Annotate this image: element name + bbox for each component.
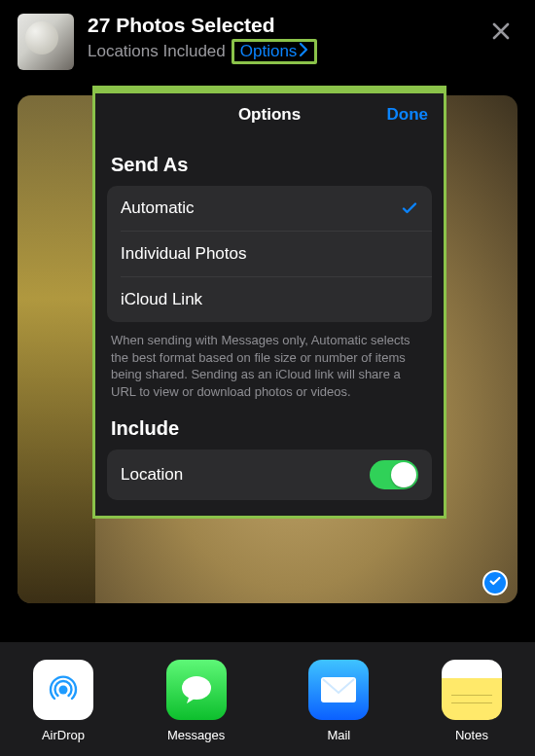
options-link[interactable]: Options: [232, 39, 318, 64]
share-target-notes[interactable]: Notes: [428, 660, 516, 742]
toggle-knob: [391, 462, 416, 487]
checkmark-icon: [488, 574, 502, 592]
options-link-label: Options: [240, 42, 298, 61]
options-panel-header: Options Done: [95, 93, 444, 136]
share-target-label: Notes: [455, 728, 488, 742]
send-as-individual-photos[interactable]: Individual Photos: [107, 232, 432, 276]
options-panel-title: Options: [238, 105, 301, 125]
send-as-footer: When sending with Messages only, Automat…: [111, 332, 428, 400]
include-location-label: Location: [121, 465, 183, 485]
photo-selected-badge: [482, 570, 508, 595]
share-sheet-header: 27 Photos Selected Locations Included Op…: [0, 0, 535, 80]
send-as-icloud-link[interactable]: iCloud Link: [107, 277, 432, 322]
close-icon: [491, 18, 511, 48]
send-as-list: Automatic Individual Photos iCloud Link: [107, 186, 432, 322]
share-target-label: AirDrop: [42, 728, 85, 742]
close-button[interactable]: [484, 16, 517, 49]
send-as-automatic-label: Automatic: [121, 198, 195, 218]
include-section-label: Include: [111, 417, 428, 440]
send-as-icloud-label: iCloud Link: [121, 290, 202, 309]
messages-icon: [166, 660, 227, 720]
share-target-mail[interactable]: Mail: [285, 660, 392, 742]
header-titles: 27 Photos Selected Locations Included Op…: [88, 14, 471, 64]
done-button[interactable]: Done: [387, 105, 429, 125]
send-as-individual-label: Individual Photos: [121, 244, 246, 264]
share-target-label: Mail: [327, 728, 350, 742]
chevron-right-icon: [299, 42, 308, 61]
include-location-toggle[interactable]: [370, 460, 418, 489]
subtitle-row: Locations Included Options: [88, 39, 471, 64]
send-as-section-label: Send As: [111, 154, 428, 176]
checkmark-icon: [401, 199, 418, 217]
share-target-label: Messages: [167, 728, 225, 742]
share-target-bar: AirDrop Messages Mail Notes: [0, 642, 535, 756]
svg-point-0: [59, 686, 68, 695]
options-panel: Options Done Send As Automatic Individua…: [92, 86, 446, 519]
selection-title: 27 Photos Selected: [88, 14, 471, 37]
preview-neighbor-photo: [18, 95, 95, 603]
notes-icon: [442, 660, 502, 720]
svg-point-1: [182, 676, 211, 700]
airdrop-icon: [33, 660, 93, 720]
share-target-airdrop[interactable]: AirDrop: [19, 660, 107, 742]
send-as-automatic[interactable]: Automatic: [107, 186, 432, 231]
selection-subtitle: Locations Included: [88, 42, 226, 61]
share-target-messages[interactable]: Messages: [143, 660, 250, 742]
selected-photo-thumbnail: [18, 14, 74, 70]
include-location-row: Location: [107, 450, 432, 500]
mail-icon: [308, 660, 369, 720]
